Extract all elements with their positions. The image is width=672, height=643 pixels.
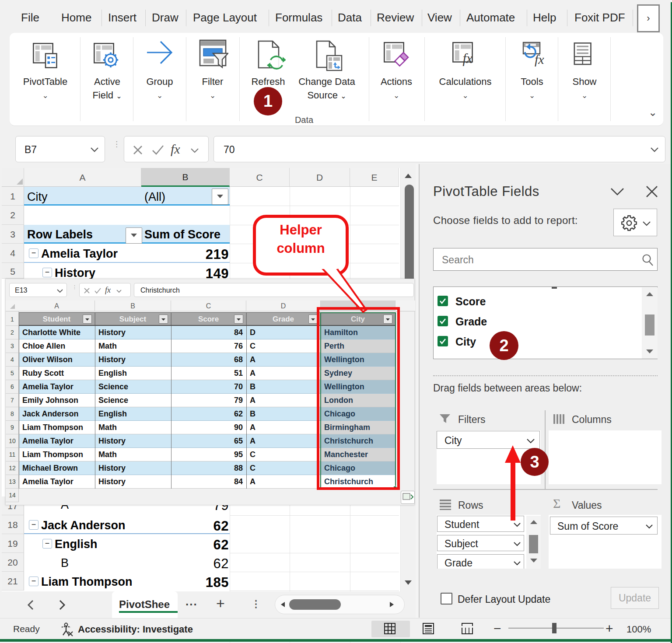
svg-text:fx: fx — [462, 51, 472, 66]
svg-text:fx: fx — [535, 52, 544, 66]
